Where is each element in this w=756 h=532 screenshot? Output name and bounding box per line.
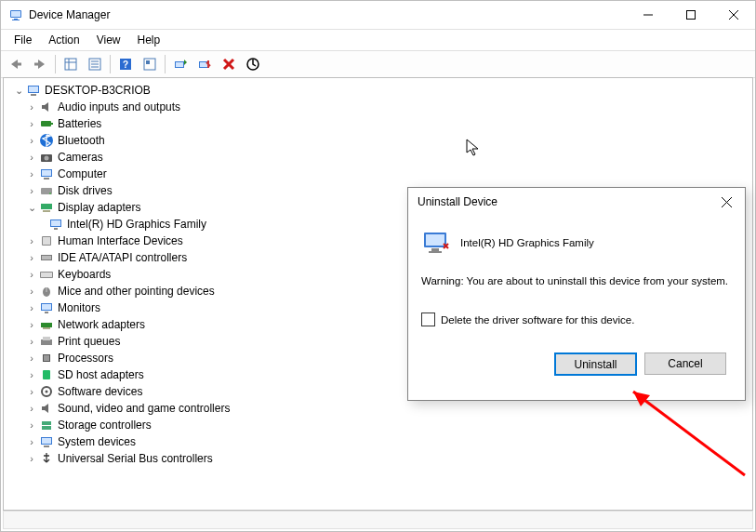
- maximize-button[interactable]: [670, 1, 712, 29]
- collapse-icon[interactable]: ›: [26, 302, 37, 313]
- collapse-icon[interactable]: ›: [26, 286, 37, 297]
- expand-icon[interactable]: ⌄: [26, 202, 37, 213]
- tree-node-system[interactable]: ›System devices: [7, 433, 750, 450]
- action-button[interactable]: [139, 53, 161, 75]
- disable-device-button[interactable]: [193, 53, 216, 75]
- dialog-close-button[interactable]: [711, 189, 741, 215]
- tree-node-storage[interactable]: ›Storage controllers: [7, 417, 750, 433]
- svg-rect-55: [42, 304, 51, 310]
- svg-rect-20: [146, 60, 150, 64]
- tree-node-computer[interactable]: ›Computer: [7, 166, 750, 182]
- node-label: Cameras: [58, 149, 103, 166]
- svg-rect-22: [176, 62, 183, 67]
- tree-node-usb[interactable]: ›Universal Serial Bus controllers: [7, 450, 750, 467]
- svg-rect-56: [45, 312, 48, 313]
- uninstall-button[interactable]: Uninstall: [554, 352, 637, 376]
- collapse-icon[interactable]: ›: [26, 352, 37, 364]
- svg-rect-32: [51, 123, 53, 125]
- battery-icon: [39, 116, 54, 131]
- separator: [110, 55, 111, 73]
- node-label: SD host adapters: [58, 366, 144, 383]
- collapse-icon[interactable]: ›: [26, 336, 37, 347]
- camera-icon: [39, 150, 54, 165]
- show-hide-tree-button[interactable]: [60, 53, 82, 75]
- node-label: Bluetooth: [58, 132, 105, 149]
- uninstall-dialog: Uninstall Device Intel(R) HD Graphics Fa…: [407, 187, 746, 401]
- svg-rect-70: [44, 446, 49, 447]
- svg-rect-41: [41, 204, 52, 209]
- tree-node-audio[interactable]: ›Audio inputs and outputs: [7, 99, 750, 115]
- dialog-device-name: Intel(R) HD Graphics Family: [460, 237, 594, 248]
- svg-rect-62: [44, 355, 49, 361]
- collapse-icon[interactable]: ›: [26, 369, 37, 380]
- node-label: Software devices: [58, 383, 142, 400]
- forward-button[interactable]: [29, 53, 51, 75]
- collapse-icon[interactable]: ›: [26, 269, 37, 280]
- collapse-icon[interactable]: ›: [26, 419, 37, 431]
- window-buttons: [627, 1, 755, 29]
- svg-rect-76: [429, 251, 442, 253]
- delete-driver-checkbox[interactable]: [421, 313, 435, 326]
- svg-point-35: [45, 156, 49, 161]
- menu-file[interactable]: File: [7, 32, 39, 48]
- collapse-icon[interactable]: ›: [26, 436, 37, 447]
- bluetooth-icon: [39, 133, 54, 148]
- svg-rect-49: [42, 256, 51, 259]
- collapse-icon[interactable]: ›: [26, 185, 37, 196]
- sd-icon: [39, 367, 54, 382]
- collapse-icon[interactable]: ›: [26, 118, 37, 129]
- expand-icon[interactable]: ⌄: [13, 85, 24, 96]
- scan-hardware-button[interactable]: [242, 53, 264, 75]
- tree-node-sound[interactable]: ›Sound, video and game controllers: [7, 400, 750, 417]
- display-adapter-icon: [48, 217, 63, 232]
- tree-node-cameras[interactable]: ›Cameras: [7, 149, 750, 166]
- collapse-icon[interactable]: ›: [26, 168, 37, 180]
- svg-rect-67: [42, 426, 51, 430]
- help-button[interactable]: ?: [114, 53, 137, 75]
- node-label: Processors: [58, 350, 113, 366]
- collapse-icon[interactable]: ›: [26, 252, 37, 263]
- tree-node-batteries[interactable]: ›Batteries: [7, 115, 750, 132]
- svg-rect-69: [42, 438, 51, 444]
- node-label: Batteries: [58, 115, 101, 132]
- close-button[interactable]: [712, 1, 755, 29]
- collapse-icon[interactable]: ›: [26, 319, 37, 330]
- delete-driver-row[interactable]: Delete the driver software for this devi…: [421, 313, 732, 326]
- collapse-icon[interactable]: ›: [26, 135, 37, 146]
- svg-rect-42: [43, 210, 50, 212]
- collapse-icon[interactable]: ›: [26, 235, 37, 246]
- window-title: Device Manager: [29, 8, 627, 21]
- node-label: Display adapters: [58, 199, 140, 216]
- node-label: Keyboards: [58, 266, 111, 283]
- audio-icon: [39, 100, 54, 114]
- tree-root-label: DESKTOP-B3CRIOB: [45, 82, 151, 99]
- node-label: Universal Serial Bus controllers: [58, 450, 213, 467]
- collapse-icon[interactable]: ›: [26, 152, 37, 163]
- menu-help[interactable]: Help: [130, 32, 168, 48]
- collapse-icon[interactable]: ›: [26, 453, 37, 464]
- separator: [165, 55, 166, 73]
- menu-action[interactable]: Action: [41, 32, 86, 48]
- uninstall-device-button[interactable]: [218, 53, 240, 75]
- node-label: IDE ATA/ATAPI controllers: [58, 249, 187, 266]
- collapse-icon[interactable]: ›: [26, 386, 37, 397]
- software-icon: [39, 384, 54, 399]
- svg-rect-10: [65, 59, 76, 70]
- collapse-icon[interactable]: ›: [26, 403, 37, 414]
- update-driver-button[interactable]: [169, 53, 192, 75]
- svg-rect-29: [29, 86, 38, 92]
- cancel-button[interactable]: Cancel: [644, 352, 726, 375]
- svg-rect-30: [31, 94, 36, 96]
- minimize-button[interactable]: [627, 1, 670, 29]
- collapse-icon[interactable]: ›: [26, 101, 37, 113]
- svg-rect-57: [41, 323, 52, 327]
- tree-root[interactable]: ⌄ DESKTOP-B3CRIOB: [7, 82, 750, 99]
- menu-view[interactable]: View: [89, 32, 128, 48]
- svg-rect-3: [12, 20, 20, 20]
- tree-node-bluetooth[interactable]: ›Bluetooth: [7, 132, 750, 149]
- properties-button[interactable]: [84, 53, 106, 75]
- svg-rect-75: [431, 248, 439, 251]
- dialog-title: Uninstall Device: [418, 195, 711, 208]
- back-button[interactable]: [5, 53, 27, 75]
- dialog-warning-text: Warning: You are about to uninstall this…: [421, 275, 732, 286]
